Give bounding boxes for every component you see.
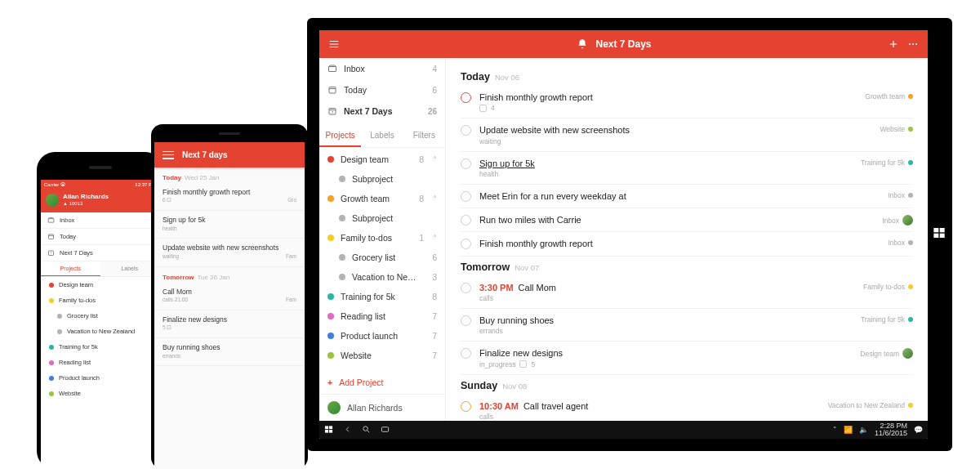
- sidebar-tab-projects[interactable]: Projects: [319, 125, 361, 147]
- sidebar-item-label: Today: [344, 85, 367, 95]
- sidebar-project-item[interactable]: Growth team8˄: [319, 189, 445, 208]
- ios-project-item[interactable]: Training for 5k: [41, 339, 159, 355]
- project-color-dot: [339, 254, 345, 261]
- ios-nav-inbox[interactable]: Inbox: [41, 212, 159, 229]
- ios-project-item[interactable]: Website: [41, 386, 159, 401]
- android-task[interactable]: Finish monthly growth report6 ⊡Gro: [154, 183, 305, 211]
- project-color-dot: [49, 345, 54, 350]
- task-meta: calls: [479, 413, 820, 421]
- chevron-up-icon[interactable]: ˄: [433, 234, 437, 243]
- ios-nav-next 7 days[interactable]: 7Next 7 Days: [41, 245, 159, 261]
- ios-project-item[interactable]: Reading list: [41, 355, 159, 370]
- task-row[interactable]: Finish monthly growth report 4 Growth te…: [461, 86, 913, 118]
- ios-nav-today[interactable]: Today: [41, 229, 159, 245]
- ios-project-item[interactable]: Family to-dos: [41, 293, 159, 308]
- taskbar-date[interactable]: 11/6/2015: [875, 430, 907, 437]
- iphone-screen: Carrier ⦿ 12:37 PM Allan Richards ▲ 1001…: [41, 180, 159, 469]
- sidebar-project-item[interactable]: Product launch7: [319, 326, 445, 346]
- android-task[interactable]: Update website with new screenshotswaiti…: [154, 239, 305, 266]
- task-checkbox[interactable]: [461, 283, 471, 293]
- avatar[interactable]: [46, 194, 59, 207]
- tray-chevron-icon[interactable]: ˄: [833, 426, 837, 434]
- task-row[interactable]: Run two miles with Carrie Inbox: [461, 208, 913, 232]
- task-checkbox[interactable]: [461, 401, 471, 412]
- task-project-label: Inbox: [888, 191, 905, 199]
- project-count: 8: [432, 293, 437, 302]
- task-row[interactable]: Sign up for 5k health Training for 5k: [461, 152, 913, 185]
- android-task[interactable]: Sign up for 5khealth: [154, 211, 305, 239]
- sidebar-project-item[interactable]: Family to-dos1˄: [319, 228, 445, 248]
- sidebar-project-item[interactable]: Training for 5k8: [319, 287, 445, 306]
- back-icon[interactable]: [343, 425, 352, 436]
- task-checkbox[interactable]: [461, 159, 471, 169]
- sidebar-project-item[interactable]: Subproject: [319, 208, 445, 228]
- sidebar-project-item[interactable]: New project ideas7: [319, 365, 445, 371]
- ios-project-item[interactable]: Grocery list: [41, 308, 159, 324]
- task-project-label: Training for 5k: [861, 159, 905, 167]
- sidebar-project-item[interactable]: Vacation to New Zealand3: [319, 267, 445, 287]
- more-button[interactable]: [906, 38, 920, 51]
- task-checkbox[interactable]: [461, 348, 471, 359]
- sidebsidebar-item-inbox[interactable]: Inbox4: [319, 58, 445, 79]
- task-row[interactable]: Buy running shoes errands Training for 5…: [461, 309, 913, 342]
- task-row[interactable]: Meet Erin for a run every weekday at Inb…: [461, 185, 913, 208]
- android-task[interactable]: Finalize new designs5 ⊡: [154, 310, 305, 338]
- day-header: SundayNov 08: [461, 375, 913, 395]
- tray-network-icon[interactable]: 📶: [844, 426, 853, 434]
- sidebsidebar-item-today[interactable]: Today6: [319, 79, 445, 100]
- task-title: 10:30 AMCall travel agent: [479, 400, 820, 412]
- add-project-button[interactable]: + Add Project: [319, 371, 445, 394]
- task-row[interactable]: Update website with new screenshots wait…: [461, 118, 913, 151]
- task-project-tag: Growth team: [865, 92, 913, 100]
- chevron-up-icon[interactable]: ˄: [433, 155, 437, 164]
- task-checkbox[interactable]: [461, 239, 471, 249]
- android-task[interactable]: Call Momcalls 21:00Fam: [154, 283, 305, 310]
- sidebar-project-item[interactable]: Website7: [319, 346, 445, 365]
- sidebar-project-item[interactable]: Design team8˄: [319, 150, 445, 169]
- task-checkbox[interactable]: [461, 315, 471, 326]
- task-view-icon[interactable]: [381, 425, 390, 436]
- surface-screen: Next 7 Days Inbox4Today67Next 7 Days26 P…: [319, 30, 928, 439]
- tray-volume-icon[interactable]: 🔈: [859, 426, 868, 434]
- task-row[interactable]: Finalize new designs in_progress 5 Desig…: [461, 342, 913, 374]
- ios-drawer-header: Allan Richards ▲ 10013: [41, 190, 159, 212]
- sidebar-project-item[interactable]: Grocery list6: [319, 248, 445, 267]
- sidebar-project-item[interactable]: Reading list7: [319, 306, 445, 326]
- app-header: Next 7 Days: [319, 30, 928, 58]
- search-icon[interactable]: [362, 425, 371, 436]
- chevron-up-icon[interactable]: ˄: [433, 194, 437, 203]
- project-label: Training for 5k: [59, 343, 98, 351]
- project-color-dot: [327, 156, 334, 163]
- ios-tab-projects[interactable]: Projects: [41, 261, 100, 276]
- sidebar-user[interactable]: Allan Richards: [319, 394, 445, 421]
- add-task-button[interactable]: [887, 38, 900, 51]
- project-label: Product launch: [341, 331, 398, 341]
- task-checkbox[interactable]: [461, 191, 471, 202]
- task-row[interactable]: Finish monthly growth report Inbox: [461, 232, 913, 256]
- project-color-dot: [327, 195, 334, 202]
- ios-project-item[interactable]: Product launch: [41, 370, 159, 386]
- ios-project-item[interactable]: Design team: [41, 277, 159, 293]
- task-row[interactable]: 3:30 PMCall Mom calls Family to-dos: [461, 276, 913, 309]
- task-project-label: Website: [880, 125, 905, 133]
- menu-button[interactable]: [327, 38, 341, 51]
- task-meta: 5 ⊡: [163, 324, 227, 332]
- sidebar-item-label: Inbox: [344, 64, 365, 74]
- sidebar-tab-labels[interactable]: Labels: [361, 125, 403, 147]
- task-checkbox[interactable]: [461, 215, 471, 226]
- android-task[interactable]: Buy running shoeserrands: [154, 338, 305, 366]
- start-button[interactable]: [324, 425, 333, 436]
- android-header: Next 7 days: [154, 142, 305, 168]
- task-project-label: Training for 5k: [861, 315, 905, 324]
- sidebar-project-item[interactable]: Subproject: [319, 169, 445, 189]
- ios-status-bar: Carrier ⦿ 12:37 PM: [41, 180, 159, 190]
- task-checkbox[interactable]: [461, 92, 471, 103]
- menu-icon[interactable]: [163, 151, 174, 159]
- sidebar-tab-filters[interactable]: Filters: [403, 125, 445, 147]
- project-label: Subproject: [352, 174, 393, 184]
- tray-notifications-icon[interactable]: 💬: [914, 426, 923, 434]
- ios-project-item[interactable]: Vacation to New Zealand: [41, 324, 159, 339]
- sidebsidebar-item-next7[interactable]: 7Next 7 Days26: [319, 100, 445, 122]
- task-checkbox[interactable]: [461, 125, 471, 136]
- task-row[interactable]: 10:30 AMCall travel agent calls Vacation…: [461, 395, 913, 421]
